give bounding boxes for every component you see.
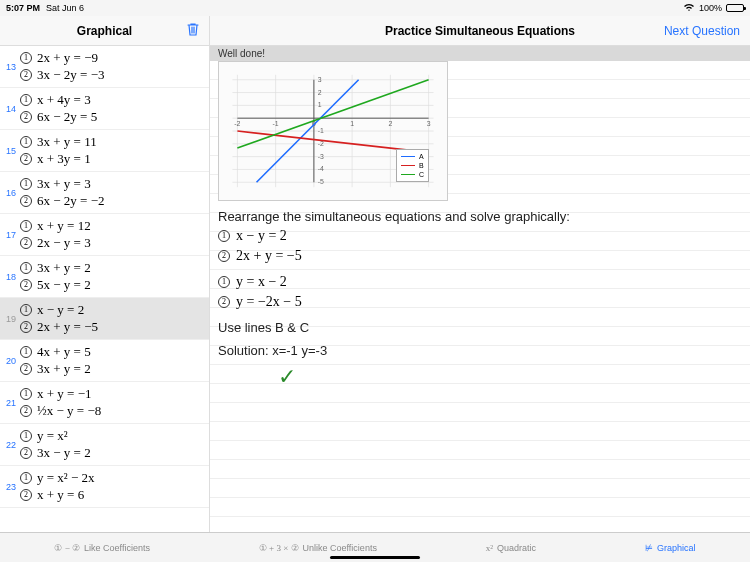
- tab-icon: ⊭: [645, 543, 653, 553]
- problem-number: 17: [4, 230, 20, 240]
- wifi-icon: [683, 3, 695, 14]
- work-area: -2-10123-5-4-3-2-1123 ABC Rearrange the …: [210, 61, 750, 532]
- svg-text:1: 1: [318, 101, 322, 108]
- status-date: Sat Jun 6: [46, 3, 84, 13]
- eq-text: 2x + y = −5: [37, 319, 98, 335]
- legend-entry: A: [401, 152, 424, 161]
- content-pane: Practice Simultaneous Equations Next Que…: [210, 16, 750, 532]
- legend: ABC: [396, 149, 429, 182]
- problem-item-17[interactable]: 171x + y = 1222x − y = 3: [0, 214, 209, 256]
- eq-text: ½x − y = −8: [37, 403, 101, 419]
- eq-text: 3x + y = 11: [37, 134, 97, 150]
- tab-icon: ① − ②: [54, 543, 80, 553]
- eq-text: x + y = 6: [37, 487, 84, 503]
- eq-text: 3x + y = 2: [37, 361, 91, 377]
- svg-text:3: 3: [427, 120, 431, 127]
- eq-text: x + 3y = 1: [37, 151, 91, 167]
- problem-number: 15: [4, 146, 20, 156]
- eq-text: 2x + y = −9: [37, 50, 98, 66]
- sidebar-header: Graphical: [0, 16, 209, 46]
- eq-text: 3x + y = 2: [37, 260, 91, 276]
- problem-item-14[interactable]: 141x + 4y = 326x − 2y = 5: [0, 88, 209, 130]
- problem-item-13[interactable]: 1312x + y = −923x − 2y = −3: [0, 46, 209, 88]
- tab-quadratic[interactable]: x²Quadratic: [486, 543, 536, 553]
- tab-like-coefficients[interactable]: ① − ②Like Coefficients: [54, 543, 149, 553]
- tab-unlike-coefficients[interactable]: ① + 3 × ②Unlike Coefficients: [259, 543, 377, 553]
- eq-text: x + 4y = 3: [37, 92, 91, 108]
- problem-item-18[interactable]: 1813x + y = 225x − y = 2: [0, 256, 209, 298]
- problem-item-19[interactable]: 191x − y = 222x + y = −5: [0, 298, 209, 340]
- eq-text: 3x + y = 3: [37, 176, 91, 192]
- tab-graphical[interactable]: ⊭Graphical: [645, 543, 696, 553]
- svg-text:-5: -5: [318, 178, 324, 185]
- tab-icon: ① + 3 × ②: [259, 543, 299, 553]
- problem-number: 14: [4, 104, 20, 114]
- eq-text: 5x − y = 2: [37, 277, 91, 293]
- banner-text: Well done!: [218, 48, 265, 59]
- eq-text: 2x − y = 3: [37, 235, 91, 251]
- correct-check-icon: ✓: [278, 364, 742, 390]
- svg-text:-2: -2: [234, 120, 240, 127]
- problem-number: 18: [4, 272, 20, 282]
- feedback-banner: Well done!: [210, 46, 750, 61]
- problem-item-16[interactable]: 1613x + y = 326x − 2y = −2: [0, 172, 209, 214]
- problem-item-21[interactable]: 211x + y = −12½x − y = −8: [0, 382, 209, 424]
- eq-text: x + y = 12: [37, 218, 91, 234]
- instruction-text: Rearrange the simultaneous equations and…: [218, 207, 742, 226]
- hint-line: Use lines B & C: [218, 318, 742, 337]
- eq-text: x − y = 2: [37, 302, 84, 318]
- problem-item-20[interactable]: 2014x + y = 523x + y = 2: [0, 340, 209, 382]
- tab-label: Like Coefficients: [84, 543, 150, 553]
- problem-item-15[interactable]: 1513x + y = 112x + 3y = 1: [0, 130, 209, 172]
- problem-item-23[interactable]: 231y = x² − 2x2x + y = 6: [0, 466, 209, 508]
- tab-icon: x²: [486, 543, 493, 553]
- problem-number: 16: [4, 188, 20, 198]
- problem-eq-2: 22x + y = −5: [218, 246, 742, 266]
- problem-list: 1312x + y = −923x − 2y = −3141x + 4y = 3…: [0, 46, 209, 532]
- clock: 5:07 PM: [6, 3, 40, 13]
- svg-text:-3: -3: [318, 153, 324, 160]
- problem-number: 20: [4, 356, 20, 366]
- solution-line: Solution: x=-1 y=-3: [218, 341, 742, 360]
- problem-number: 22: [4, 440, 20, 450]
- problem-item-22[interactable]: 221y = x²23x − y = 2: [0, 424, 209, 466]
- svg-text:3: 3: [318, 76, 322, 83]
- battery-pct: 100%: [699, 3, 722, 13]
- eq-text: 4x + y = 5: [37, 344, 91, 360]
- svg-text:-1: -1: [273, 120, 279, 127]
- rearranged-eq-2: 2y = −2x − 5: [218, 292, 742, 312]
- problem-number: 19: [4, 314, 20, 324]
- eq-text: 3x − y = 2: [37, 445, 91, 461]
- sidebar: Graphical 1312x + y = −923x − 2y = −3141…: [0, 16, 210, 532]
- svg-text:-1: -1: [318, 127, 324, 134]
- rearranged-eq-1: 1y = x − 2: [218, 272, 742, 292]
- status-bar: 5:07 PM Sat Jun 6 100%: [0, 0, 750, 16]
- problem-number: 13: [4, 62, 20, 72]
- problem-number: 21: [4, 398, 20, 408]
- eq-text: 3x − 2y = −3: [37, 67, 105, 83]
- trash-icon[interactable]: [187, 22, 199, 39]
- problem-number: 23: [4, 482, 20, 492]
- graph: -2-10123-5-4-3-2-1123 ABC: [218, 61, 448, 201]
- svg-text:1: 1: [350, 120, 354, 127]
- legend-entry: C: [401, 170, 424, 179]
- tab-label: Quadratic: [497, 543, 536, 553]
- battery-icon: [726, 4, 744, 12]
- home-indicator: [330, 556, 420, 559]
- page-title: Practice Simultaneous Equations: [385, 24, 575, 38]
- svg-text:2: 2: [318, 89, 322, 96]
- eq-text: x + y = −1: [37, 386, 92, 402]
- svg-text:2: 2: [388, 120, 392, 127]
- content-header: Practice Simultaneous Equations Next Que…: [210, 16, 750, 46]
- legend-entry: B: [401, 161, 424, 170]
- sidebar-title: Graphical: [77, 24, 132, 38]
- next-question-button[interactable]: Next Question: [664, 24, 740, 38]
- tab-label: Graphical: [657, 543, 696, 553]
- tab-label: Unlike Coefficients: [303, 543, 377, 553]
- problem-eq-1: 1x − y = 2: [218, 226, 742, 246]
- eq-text: y = x²: [37, 428, 68, 444]
- eq-text: y = x² − 2x: [37, 470, 95, 486]
- eq-text: 6x − 2y = −2: [37, 193, 105, 209]
- svg-text:-4: -4: [318, 165, 324, 172]
- eq-text: 6x − 2y = 5: [37, 109, 97, 125]
